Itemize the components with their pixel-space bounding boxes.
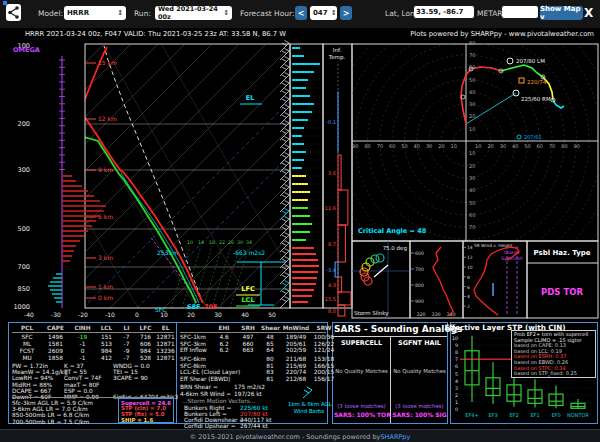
storm-vector-label: Corfidi Downshear = [184,417,244,423]
thermo-cell: 513 [96,341,117,347]
kinematics-cell: 205/61 [282,341,310,347]
thermo-cell: 528 [136,355,155,361]
kinematics-cell: 212/68 [282,376,310,382]
kinematics-cell: 497 [238,334,258,340]
thermo-cell: SFC [14,334,40,340]
thermo-cell: 1496 [42,334,69,340]
sars-body: No Quality Matches [334,368,389,374]
kinematics-cell: 83 [261,369,279,375]
kinematics-cell: 64 [261,347,279,353]
kinematics-cell: 663 [238,347,258,353]
kinematics-header: MnWind [282,325,310,331]
barb-note: Wind Barbs [288,408,330,414]
stp-legend-line: based on STP_fixed: 0.25 [514,371,593,377]
thermo-stat: PW = 1.72in [12,363,48,369]
kinematics-cell: 80 [261,356,279,362]
thermo-header: LCL [96,325,117,331]
lapse-rate: 850-500mb LR = 6.8 C/km [12,412,89,418]
kinematics-cell: 81 [261,363,279,369]
thermo-cell: -7 [118,334,135,340]
thermo-cell: 13236 [156,348,175,354]
lapse-rate: 700-500mb LR = 7.5 C/km [12,419,89,425]
sars-loose-matches: (3 loose matches) [392,403,447,409]
kinematics-cell: 6.2 [214,341,234,347]
sars-match: SARS: 100% TOR [334,411,389,418]
kinematics-cell: 153/18 [312,356,336,362]
kinematics-label: LCL-EL (Cloud Layer) [180,369,240,375]
kinematics-cell: 65 [261,341,279,347]
thermo-header: CINH [70,325,95,331]
thermo-stat: TEI = 15 [113,369,138,375]
kinematics-cell: 156/17 [312,376,336,382]
thermo-stat: K = 37 [64,363,84,369]
thermo-stat: 3CAPE = 90 [113,375,148,381]
kinematics-cell: 211/68 [282,356,310,362]
thermo-cell: 12871 [156,334,175,340]
thermo-cell: 12871 [156,341,175,347]
thermo-cell: ML [14,341,40,347]
thermo-stat: DCAPE = 667 [12,388,51,394]
thermo-cell: MU [14,355,40,361]
table-divider [180,332,326,333]
srw46-value: 197/26 kt [234,391,262,397]
thermo-cell: 151 [96,334,117,340]
thermo-stat: WNDG = 0.0 [113,363,150,369]
storm-vector-value: 225/60 kt [240,405,268,411]
thermo-cell: -19 [70,334,95,340]
storm-vector-label: Corfidi Upshear = [184,423,236,429]
kinematics-cell: 121/24 [312,347,336,353]
kinematics-cell: 100/36 [312,334,336,340]
thermo-header: EL [156,325,175,331]
storm-vector-label: Bunkers Left = [184,411,227,417]
kinematics-cell: 4.6 [214,334,234,340]
table-divider [12,332,174,333]
kinematics-header: EHI [214,325,234,331]
thermo-cell: 0 [70,348,95,354]
thermo-cell: -9 [118,348,135,354]
thermo-cell: -1 [70,341,95,347]
kinematics-header: SRH [238,325,258,331]
stp-legend: Prob EF2+ torn with supercellSample CLIM… [511,330,596,378]
thermo-cell: 1581 [42,341,69,347]
thermo-cell: FCST [14,348,40,354]
sars-body: No Quality Matches [392,368,447,374]
brn-shear-label: BRN Shear = [180,384,218,390]
srw46-label: 4-6km SR Wind = [180,391,231,397]
sars-title: SARS - Sounding Analogs [334,324,446,334]
thermo-cell: -1 [70,355,95,361]
thermo-cell: 984 [136,348,155,354]
kinematics-label: Eff Shear (EBWD) [180,376,230,382]
storm-vector-value: 240/117 kt [240,417,272,423]
sars-column-header: SUPERCELL [334,339,389,347]
kinematics-cell: 215/69 [282,363,310,369]
kinematics-label: SFC-8km [180,363,206,369]
thermo-stat: maxT = 80F [64,382,99,388]
thermo-cell: 984 [96,348,117,354]
kinematics-header: SRW [312,325,336,331]
thermo-header: CAPE [42,325,69,331]
storm-vector-value: 207/80 kt [240,411,268,417]
kinematics-cell: 660 [238,341,258,347]
kinematics-label: SFC-1km [180,334,206,340]
composite-index: SHIP = 1.6 [121,417,153,423]
barb-note: 1km & 6km AGL [288,401,330,407]
thermo-cell: 12871 [156,355,175,361]
thermo-cell: 606 [136,341,155,347]
kinematics-cell: 189/49 [282,334,310,340]
sars-loose-matches: (3 loose matches) [334,403,389,409]
kinematics-header: Shear [261,325,279,331]
kinematics-cell: 220/74 [282,369,310,375]
thermo-stat: MeanW = 14.1g/kg [12,369,68,375]
thermo-stat: ESP = 0.0 [64,388,93,394]
storm-vector-value: 267/44 kt [240,423,268,429]
kinematics-cell: 6.2 [214,347,234,353]
kinematics-cell: 126/22 [312,341,336,347]
tables-layer: PCLCAPECINHLCLLILFCELSFC1496-19151-77161… [0,0,600,442]
lapse-rate: 3-6km AGL LR = 7.0 C/km [12,406,88,412]
thermo-cell: 1858 [42,355,69,361]
storm-motion-title: ...Storm Motion Vectors... [182,398,255,404]
kinematics-cell: 202/59 [282,347,310,353]
thermo-cell: -7 [118,341,135,347]
lapse-rate: Sfc-3km AGL LR = 5.9 C/km [12,400,93,406]
sars-match: SARS: 100% SIG [392,411,447,418]
